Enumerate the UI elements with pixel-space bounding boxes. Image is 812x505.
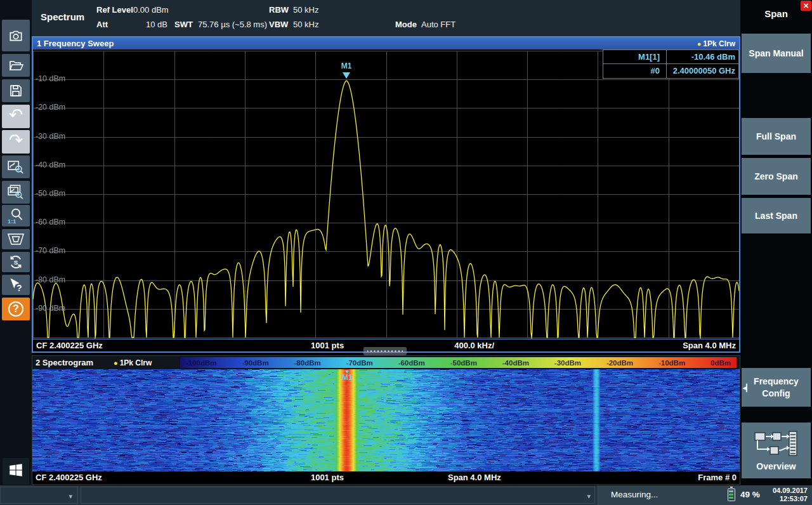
svg-text:S: S <box>14 259 18 266</box>
multi-zoom-button[interactable] <box>2 181 30 204</box>
camera-icon <box>8 27 24 44</box>
undo-icon: ↶ <box>9 107 23 124</box>
marker-m1-icon[interactable] <box>343 72 350 79</box>
att-label: Att <box>96 20 108 29</box>
swt-value[interactable]: 75.76 µs (~5.8 ms) <box>198 20 267 29</box>
mode-label: Mode <box>395 20 417 29</box>
window2-titlebar[interactable]: 2 Spectrogram ●1Pk Clrw -100dBm -90dBm -… <box>32 356 740 369</box>
softkey-frequency-config[interactable]: ◂▏ Frequency Config <box>742 368 811 407</box>
colorbar-label: -70dBm <box>346 359 373 367</box>
help-icon: ? <box>8 301 23 317</box>
vbw-value[interactable]: 50 kHz <box>293 20 318 29</box>
softkey-sidebar: ✕ Span Span Manual Full Span Zero Span L… <box>740 0 812 485</box>
colorbar-label: -50dBm <box>450 359 477 367</box>
y-axis-label: -90 dBm <box>36 304 65 313</box>
save-button[interactable] <box>2 79 30 102</box>
trace-dot-icon: ● <box>114 359 118 367</box>
softkey-zero-span[interactable]: Zero Span <box>742 158 811 195</box>
marker-level: -10.46 dBm <box>667 50 738 63</box>
help-pointer-icon: ? <box>8 277 24 293</box>
colorbar-label: -20dBm <box>606 359 633 367</box>
date-time[interactable]: 04.09.201712:53:07 <box>762 487 808 503</box>
window-frequency-sweep: 1 Frequency Sweep ●1Pk Clrw -10 dBm -20 … <box>32 36 740 353</box>
zoom-button[interactable] <box>2 155 30 178</box>
y-axis-label: -60 dBm <box>36 218 65 226</box>
toolbar: ↶ ↷ 1:1 S ? ? <box>0 0 32 485</box>
marker-table: M1[1] -10.46 dBm #0 2.40000050 GHz <box>603 49 739 79</box>
y-axis-label: -20 dBm <box>36 103 65 112</box>
display-icon <box>7 232 25 246</box>
rbw-value[interactable]: 50 kHz <box>293 5 318 15</box>
marker-m1-label: M1 <box>341 62 352 70</box>
grip-dots-icon <box>367 350 403 353</box>
softkey-full-span[interactable]: Full Span <box>742 118 811 155</box>
display-button[interactable] <box>2 229 30 249</box>
marker-frequency: 2.40000050 GHz <box>667 64 738 78</box>
colorbar-label: -60dBm <box>398 359 425 367</box>
colorbar-label: -80dBm <box>294 359 321 367</box>
zoom-graph-icon <box>7 159 25 175</box>
redo-icon: ↷ <box>9 132 23 149</box>
y-axis-label: -30 dBm <box>36 132 65 141</box>
marker-name: M1[1] <box>603 50 667 63</box>
softkey-last-span[interactable]: Last Span <box>742 198 811 233</box>
per-division: 400.0 kHz/ <box>454 339 494 351</box>
open-button[interactable] <box>2 54 30 77</box>
dialog-arrow-icon: ◂▏ <box>743 383 752 391</box>
status-message-box[interactable]: ▾ <box>81 487 595 504</box>
window1-titlebar[interactable]: 1 Frequency Sweep ●1Pk Clrw <box>33 37 739 49</box>
colorbar-label: -10dBm <box>658 359 685 367</box>
multi-zoom-icon <box>7 184 25 200</box>
redo-button[interactable]: ↷ <box>2 130 30 154</box>
spectrogram-legend: ●1Pk Clrw <box>114 358 152 367</box>
center-frequency[interactable]: CF 2.400225 GHz <box>36 339 103 351</box>
window-splitter-grip[interactable] <box>363 347 407 355</box>
rbw-label: RBW <box>269 5 289 15</box>
marker-row: M1[1] -10.46 dBm <box>603 49 739 64</box>
window1-title: 1 Frequency Sweep <box>37 39 114 48</box>
ref-level-value[interactable]: 0.00 dBm <box>133 5 169 15</box>
spectrogram-plot: ▼M1 <box>32 369 740 471</box>
status-right-section: Measuring... 49 % 04.09.201712:53:07 <box>598 485 812 505</box>
chevron-down-icon: ▾ <box>69 492 72 501</box>
channel-bar: Spectrum Ref Level 0.00 dBm Att 10 dB SW… <box>32 0 740 36</box>
windows-logo-icon <box>8 462 24 481</box>
colorbar-label: -100dBm <box>186 359 217 367</box>
spectrum-plot: -10 dBm -20 dBm -30 dBm -40 dBm -50 dBm … <box>33 49 739 339</box>
center-frequency[interactable]: CF 2.400225 GHz <box>36 471 102 483</box>
colorbar-label: 0dBm <box>710 359 731 367</box>
undo-button[interactable]: ↶ <box>2 105 30 128</box>
y-axis-label: -80 dBm <box>36 275 65 284</box>
spectrogram-marker-m1[interactable]: ▼M1 <box>342 370 353 381</box>
y-axis-label: -10 dBm <box>36 74 65 83</box>
window-spectrogram: 2 Spectrogram ●1Pk Clrw -100dBm -90dBm -… <box>32 355 740 485</box>
zoom-1to1-button[interactable]: 1:1 <box>2 205 30 226</box>
span-value[interactable]: Span 4.0 MHz <box>683 339 736 351</box>
sequence-button[interactable]: S <box>2 252 30 272</box>
status-bar: ▾ ▾ Measuring... 49 % 04.09.201712:53:07 <box>0 485 812 505</box>
trace-legend: ●1Pk Clrw <box>697 39 735 48</box>
colorbar-label: -40dBm <box>502 359 529 367</box>
att-value[interactable]: 10 dB <box>146 20 167 29</box>
measuring-status: Measuring... <box>611 490 658 499</box>
sequence-refresh-icon: S <box>8 254 24 270</box>
colorbar-label: -90dBm <box>242 359 268 367</box>
sweep-points: 1001 pts <box>311 339 344 351</box>
context-help-button[interactable]: ? <box>2 275 30 295</box>
marker-row: #0 2.40000050 GHz <box>603 64 739 79</box>
open-folder-icon <box>8 58 24 73</box>
mode-value[interactable]: Auto FFT <box>421 20 455 29</box>
softkey-menu-title: Span <box>740 8 812 19</box>
ref-level-label: Ref Level <box>96 5 133 15</box>
help-button[interactable]: ? <box>2 298 30 320</box>
status-dropdown-left[interactable]: ▾ <box>0 487 78 504</box>
screenshot-button[interactable] <box>2 20 30 51</box>
softkey-overview[interactable]: Overview <box>742 423 811 478</box>
windows-button[interactable] <box>3 458 29 485</box>
save-floppy-icon <box>8 83 23 98</box>
frame-number[interactable]: Frame # 0 <box>698 471 737 483</box>
tab-spectrum[interactable]: Spectrum <box>41 11 84 22</box>
battery-icon <box>728 489 735 501</box>
span-value[interactable]: Span 4.0 MHz <box>448 471 501 483</box>
softkey-span-manual[interactable]: Span Manual <box>742 34 811 73</box>
